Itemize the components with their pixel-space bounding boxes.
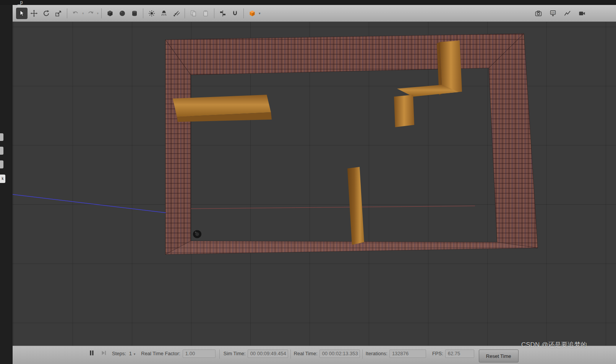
steps-value: 1: [129, 351, 132, 356]
move-arrows-icon: [30, 10, 38, 17]
insert-cylinder-button[interactable]: [129, 8, 140, 19]
rtf-label: Real Time Factor:: [141, 349, 180, 356]
cube-icon: [106, 10, 114, 17]
undo-button[interactable]: [70, 8, 81, 19]
toolbar-separator: [185, 8, 185, 18]
statusbar-separator: [290, 349, 291, 359]
toolbar-separator: [67, 8, 67, 18]
left-panel-tab-2[interactable]: [0, 147, 3, 155]
left-panel-tab-4[interactable]: k: [0, 175, 5, 183]
sun-icon: [148, 10, 156, 17]
step-button[interactable]: [101, 349, 107, 356]
paste-icon: [202, 10, 209, 17]
video-record-button[interactable]: [576, 8, 588, 19]
undo-arrow-icon: [72, 10, 79, 17]
insert-sphere-button[interactable]: [117, 8, 128, 19]
paste-button[interactable]: [200, 8, 211, 19]
left-panel-collapsed-strip: [0, 5, 11, 364]
fps-label: FPS:: [432, 349, 443, 356]
sphere-icon: [118, 10, 126, 17]
spot-light-button[interactable]: [158, 8, 170, 19]
pause-button[interactable]: [88, 349, 95, 356]
window-titlebar: _p: [0, 0, 616, 5]
steps-spinbox[interactable]: 1 ▾: [129, 349, 136, 356]
copy-icon: [190, 10, 197, 17]
window-title-fragment: _p: [18, 0, 23, 5]
undo-history-dropdown-icon[interactable]: ▾: [82, 11, 84, 15]
statusbar-separator: [219, 349, 220, 359]
log-icon-text: LOG: [551, 12, 555, 14]
cursor-arrow-icon: [18, 10, 26, 17]
toolbar-separator: [101, 8, 102, 18]
redo-arrow-icon: [87, 10, 94, 17]
select-tool-button[interactable]: [16, 8, 28, 19]
translate-tool-button[interactable]: [28, 8, 40, 19]
sim-time-label: Sim Time:: [224, 349, 246, 356]
copy-button[interactable]: [188, 8, 199, 19]
real-time-label: Real Time:: [294, 349, 318, 356]
snap-magnet-icon: [231, 10, 239, 17]
plot-button[interactable]: [562, 8, 573, 19]
cylinder-icon: [131, 10, 138, 17]
pause-icon: [88, 349, 95, 356]
step-forward-icon: [101, 349, 107, 356]
fps-value-field: 62.75: [445, 349, 474, 358]
screenshot-button[interactable]: [533, 8, 544, 19]
rotate-icon: [42, 10, 50, 17]
csdn-watermark: CSDN @还是要追梦的: [521, 340, 587, 349]
reset-time-button[interactable]: Reset Time: [479, 349, 519, 362]
video-camera-icon: [578, 10, 586, 17]
sim-time-value-field: 00 00:09:49.454: [248, 349, 288, 358]
camera-icon: [535, 10, 542, 17]
view-dropdown-icon[interactable]: ▾: [259, 11, 261, 15]
toolbar-separator: [214, 8, 214, 18]
log-icon: LOG: [549, 10, 557, 17]
redo-history-dropdown-icon[interactable]: ▾: [97, 11, 99, 15]
chart-line-icon: [564, 10, 571, 17]
insert-box-button[interactable]: [104, 8, 116, 19]
main-toolbar: ▾ ▾ ▾ LOG: [13, 5, 616, 22]
real-time-value-field: 00 00:02:13.353: [319, 349, 360, 358]
directional-light-icon: [172, 10, 180, 17]
statusbar-separator: [362, 349, 363, 359]
left-panel-tab-1[interactable]: [0, 133, 3, 141]
toolbar-separator: [243, 8, 244, 18]
scale-tool-button[interactable]: [53, 8, 64, 19]
log-record-button[interactable]: LOG: [547, 8, 559, 19]
3d-viewport[interactable]: [13, 22, 616, 346]
toolbar-right-group: LOG: [531, 8, 616, 19]
steps-label: Steps:: [112, 349, 126, 356]
spotlight-icon: [160, 10, 168, 17]
point-light-button[interactable]: [146, 8, 157, 19]
redo-button[interactable]: [85, 8, 96, 19]
iterations-value-field: 132876: [389, 349, 426, 358]
iterations-label: Iterations:: [366, 349, 387, 356]
change-view-button[interactable]: [246, 8, 258, 19]
scale-icon: [55, 10, 62, 17]
snap-tool-button[interactable]: [229, 8, 241, 19]
align-icon: [219, 10, 227, 17]
orange-cube-icon: [248, 10, 256, 17]
toolbar-separator: [143, 8, 143, 18]
directional-light-button[interactable]: [170, 8, 182, 19]
steps-dropdown-icon: ▾: [134, 352, 136, 356]
align-tool-button[interactable]: [217, 8, 229, 19]
rotate-tool-button[interactable]: [41, 8, 52, 19]
rtf-value-field: 1.00: [183, 349, 216, 358]
left-panel-tab-3[interactable]: [0, 160, 3, 168]
